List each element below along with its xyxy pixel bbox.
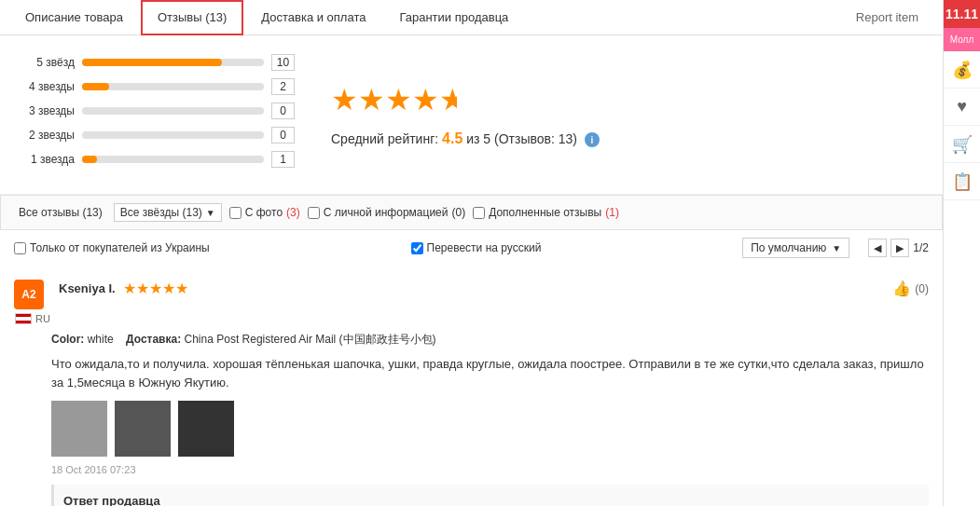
filter-additional[interactable]: Дополненные отзывы (1) [473,206,619,219]
average-rating-text: Средний рейтинг: 4.5 из 5 (Отзывов: 13) … [331,130,929,148]
rating-bars: 5 звёзд 10 4 звезды 2 3 звезды 0 2 звезд… [14,54,312,175]
next-page-button[interactable]: ▶ [890,239,909,257]
sidebar-mall-box[interactable]: Молл [944,28,980,51]
review-meta: Color: white Доставка: China Post Regist… [51,332,929,348]
options-bar: Только от покупателей из Украины Перевес… [0,230,943,266]
rating-bar-row: 1 звезда 1 [14,151,312,168]
sidebar-cart-icon[interactable]: 🛒 [944,126,980,163]
seller-response-title: Ответ продавца [63,494,919,506]
sidebar-promotion-box[interactable]: 11.11 [944,0,980,28]
reviewer-name: Kseniya I. [59,281,116,295]
dropdown-arrow: ▼ [206,208,215,218]
review-item: A2 RU Kseniya I. ★★★★★ [0,266,943,506]
seller-response: Ответ продавца Приятно! использовать фен… [51,485,929,506]
star-full: ★ [385,82,412,117]
star-half: ★ [439,82,457,117]
review-thumb-3[interactable] [178,401,234,457]
tab-description[interactable]: Описание товара [9,0,139,35]
tabs-bar: Описание товара Отзывы (13) Доставка и о… [0,0,943,35]
filter-with-photo[interactable]: С фото (3) [229,206,300,219]
filter-stars-dropdown[interactable]: Все звёзды (13) ▼ [114,203,222,222]
sort-arrow: ▼ [832,243,841,253]
sidebar-heart-icon[interactable]: ♥ [944,89,980,126]
rating-bar-row: 5 звёзд 10 [14,54,312,71]
rating-section: 5 звёзд 10 4 звезды 2 3 звезды 0 2 звезд… [0,35,943,195]
report-item-link[interactable]: Report item [841,1,933,34]
filter-photo-checkbox[interactable] [229,207,242,219]
info-icon[interactable]: i [585,132,600,147]
reviewer-avatar: A2 [14,280,44,309]
right-sidebar: 11.11 Молл 💰 ♥ 🛒 📋 + [943,0,980,506]
rating-bar-row: 2 звезды 0 [14,127,312,144]
filter-with-info[interactable]: С личной информацией (0) [308,206,465,219]
sidebar-money-icon[interactable]: 💰 [944,51,980,89]
prev-page-button[interactable]: ◀ [868,239,887,257]
translate-option[interactable]: Перевести на русский [411,241,542,254]
pagination: ◀ ▶ 1/2 [868,239,929,257]
review-text: Что ожидала,то и получила. хорошая тёпле… [51,355,929,391]
rating-bar-row: 3 звезды 0 [14,103,312,119]
review-thumb-2[interactable] [115,401,171,457]
tab-delivery[interactable]: Доставка и оплата [245,0,381,35]
star-full: ★ [358,82,385,117]
ukraine-only-option[interactable]: Только от покупателей из Украины [14,241,210,254]
review-stars: ★★★★★ [123,280,188,297]
tab-reviews[interactable]: Отзывы (13) [141,0,243,35]
filter-bar: Все отзывы (13) Все звёзды (13) ▼ С фото… [0,195,943,230]
rating-summary: ★★★★★ Средний рейтинг: 4.5 из 5 (Отзывов… [312,54,929,175]
translate-checkbox[interactable] [411,242,423,254]
thumb-up-icon: 👍 [892,280,911,297]
tab-guarantee[interactable]: Гарантии продавца [383,0,524,35]
reviewer-country: RU [15,313,50,324]
filter-additional-checkbox[interactable] [473,207,485,219]
review-images [51,401,929,457]
ukraine-checkbox[interactable] [14,242,26,254]
sidebar-clipboard-icon[interactable]: 📋 [944,163,980,200]
sort-dropdown[interactable]: По умолчанию ▼ [742,238,849,258]
rating-bar-row: 4 звезды 2 [14,78,312,95]
filter-all-reviews[interactable]: Все отзывы (13) [15,204,106,221]
like-button[interactable]: 👍 (0) [892,280,929,297]
page-info: 1/2 [913,241,929,254]
review-thumb-1[interactable] [51,401,107,457]
star-full: ★ [412,82,439,117]
review-date: 18 Oct 2016 07:23 [51,464,929,475]
flag-icon [15,313,32,324]
review-header: A2 RU Kseniya I. ★★★★★ [14,280,929,324]
stars-display: ★★★★★ [331,82,929,117]
star-full: ★ [331,82,358,117]
filter-info-checkbox[interactable] [308,207,320,219]
